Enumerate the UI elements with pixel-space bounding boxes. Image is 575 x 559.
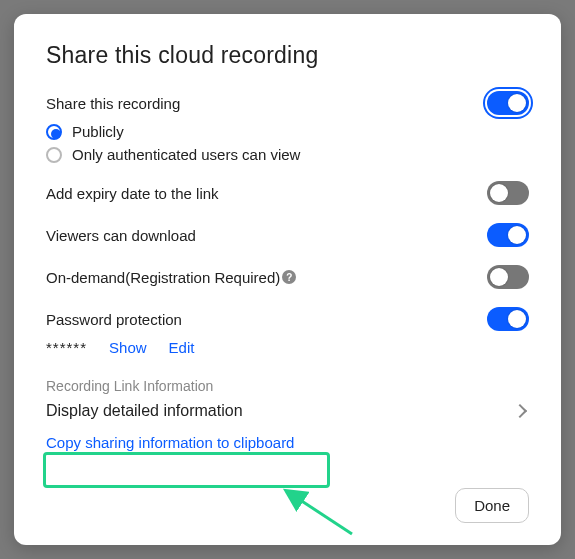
share-visibility-radios: Publicly Only authenticated users can vi…: [46, 123, 529, 163]
share-recording-row: Share this recording: [46, 91, 529, 115]
ondemand-label: On-demand(Registration Required): [46, 269, 280, 286]
chevron-right-icon: [513, 404, 527, 418]
expiry-label: Add expiry date to the link: [46, 185, 219, 202]
password-show-link[interactable]: Show: [109, 339, 147, 356]
link-info-section-label: Recording Link Information: [46, 378, 529, 394]
share-recording-label: Share this recording: [46, 95, 180, 112]
radio-publicly[interactable]: Publicly: [46, 123, 529, 140]
dialog-title: Share this cloud recording: [46, 42, 529, 69]
share-recording-toggle[interactable]: [487, 91, 529, 115]
radio-authenticated-label: Only authenticated users can view: [72, 146, 300, 163]
svg-line-0: [288, 492, 352, 534]
expiry-toggle[interactable]: [487, 181, 529, 205]
password-label: Password protection: [46, 311, 182, 328]
display-detailed-row[interactable]: Display detailed information: [46, 402, 529, 420]
expiry-row: Add expiry date to the link: [46, 181, 529, 205]
password-toggle[interactable]: [487, 307, 529, 331]
download-toggle[interactable]: [487, 223, 529, 247]
annotation-arrow-icon: [274, 482, 364, 542]
password-mask: ******: [46, 339, 87, 356]
copy-sharing-link[interactable]: Copy sharing information to clipboard: [46, 434, 294, 451]
radio-authenticated[interactable]: Only authenticated users can view: [46, 146, 529, 163]
download-row: Viewers can download: [46, 223, 529, 247]
annotation-highlight-box: [43, 452, 330, 488]
password-row: Password protection: [46, 307, 529, 331]
radio-publicly-label: Publicly: [72, 123, 124, 140]
password-controls: ****** Show Edit: [46, 339, 529, 356]
display-detailed-label: Display detailed information: [46, 402, 243, 420]
radio-authenticated-indicator: [46, 147, 62, 163]
share-recording-dialog: Share this cloud recording Share this re…: [14, 14, 561, 545]
done-button[interactable]: Done: [455, 488, 529, 523]
ondemand-toggle[interactable]: [487, 265, 529, 289]
radio-publicly-indicator: [46, 124, 62, 140]
password-edit-link[interactable]: Edit: [169, 339, 195, 356]
ondemand-row: On-demand(Registration Required) ?: [46, 265, 529, 289]
help-icon[interactable]: ?: [282, 270, 296, 284]
download-label: Viewers can download: [46, 227, 196, 244]
